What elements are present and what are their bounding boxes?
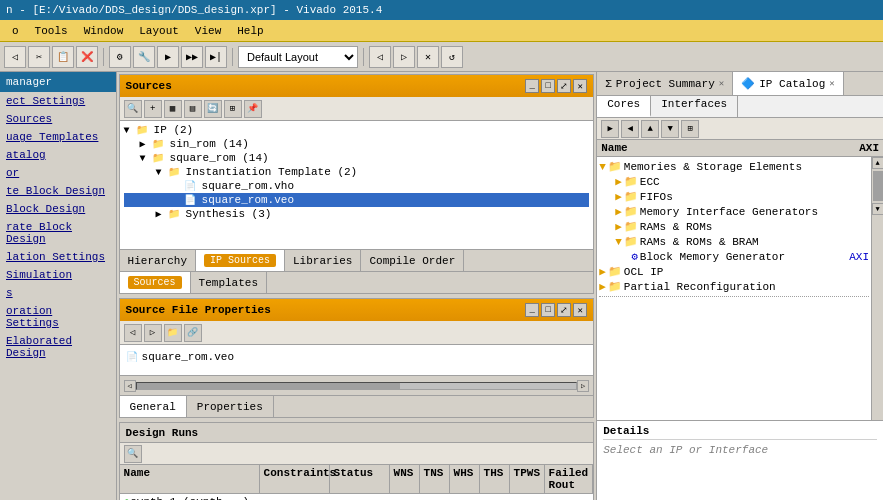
toolbar-btn-8[interactable]: ▶▶	[181, 46, 203, 68]
tab-compile-order[interactable]: Compile Order	[361, 250, 464, 271]
sidebar-item-or[interactable]: or	[0, 164, 116, 182]
scroll-left[interactable]: ◁	[124, 380, 136, 392]
sidebar-item-settings[interactable]: ect Settings	[0, 92, 116, 110]
ip-tree-rams[interactable]: ▶ 📁 RAMs & ROMs	[599, 219, 869, 234]
ip-btn-4[interactable]: ▼	[661, 120, 679, 138]
toolbar-btn-3[interactable]: 📋	[52, 46, 74, 68]
tab-libraries[interactable]: Libraries	[285, 250, 361, 271]
ip-tree-memories[interactable]: ▼ 📁 Memories & Storage Elements	[599, 159, 869, 174]
ip-btn-3[interactable]: ▲	[641, 120, 659, 138]
ip-btn-5[interactable]: ⊞	[681, 120, 699, 138]
sfp-btn-4[interactable]: 🔗	[184, 324, 202, 342]
menu-help[interactable]: Help	[229, 23, 271, 39]
tree-item-vho[interactable]: 📄 square_rom.vho	[124, 179, 590, 193]
sfp-restore-btn[interactable]: □	[541, 303, 555, 317]
ip-tree-ecc[interactable]: ▶ 📁 ECC	[599, 174, 869, 189]
ip-sub-tab-cores[interactable]: Cores	[597, 96, 651, 117]
tab-project-summary[interactable]: Σ Project Summary ✕	[597, 72, 733, 95]
tree-item-veo[interactable]: 📄 square_rom.veo	[124, 193, 590, 207]
menu-layout[interactable]: Layout	[131, 23, 187, 39]
toolbar-btn-4[interactable]: ❌	[76, 46, 98, 68]
folder-icon-inst: 📁	[168, 166, 184, 178]
sfp-toolbar: ◁ ▷ 📁 🔗	[120, 321, 594, 345]
ip-scroll-up[interactable]: ▲	[872, 157, 884, 169]
sidebar-item-simulation[interactable]: Simulation	[0, 266, 116, 284]
ip-tree-bram[interactable]: ▼ 📁 RAMs & ROMs & BRAM	[599, 234, 869, 249]
sfp-close-btn[interactable]: ✕	[573, 303, 587, 317]
sidebar-item-catalog[interactable]: atalog	[0, 146, 116, 164]
sfp-btn-3[interactable]: 📁	[164, 324, 182, 342]
project-summary-close[interactable]: ✕	[719, 78, 724, 89]
sfp-tab-general[interactable]: General	[120, 396, 187, 417]
sidebar-item-lang-templates[interactable]: uage Templates	[0, 128, 116, 146]
panel-expand-btn[interactable]: ⤢	[557, 79, 571, 93]
tree-item-sinrom[interactable]: ▶ 📁 sin_rom (14)	[124, 137, 590, 151]
sidebar-item-sources[interactable]: Sources	[0, 110, 116, 128]
panel-close-btn[interactable]: ✕	[573, 79, 587, 93]
ip-tree-bmg[interactable]: ⚙ Block Memory Generator AXI	[599, 249, 869, 264]
tree-item-squarerom[interactable]: ▼ 📁 square_rom (14)	[124, 151, 590, 165]
menu-o[interactable]: o	[4, 23, 27, 39]
src-btn-5[interactable]: 🔄	[204, 100, 222, 118]
ip-tree-fifos[interactable]: ▶ 📁 FIFOs	[599, 189, 869, 204]
scroll-right[interactable]: ▷	[577, 380, 589, 392]
toolbar-btn-9[interactable]: ▶|	[205, 46, 227, 68]
menu-window[interactable]: Window	[76, 23, 132, 39]
dr-row-1[interactable]: ● synth_1 (synth...)	[120, 494, 594, 500]
ip-tree-ocl[interactable]: ▶ 📁 OCL IP	[599, 264, 869, 279]
ip-btn-2[interactable]: ◀	[621, 120, 639, 138]
toolbar-btn-12[interactable]: ✕	[417, 46, 439, 68]
ip-sub-tab-interfaces[interactable]: Interfaces	[651, 96, 738, 117]
sfp-expand-btn[interactable]: ⤢	[557, 303, 571, 317]
ip-scroll-down[interactable]: ▼	[872, 203, 884, 215]
src-btn-4[interactable]: ▤	[184, 100, 202, 118]
tree-item-inst-template[interactable]: ▼ 📁 Instantiation Template (2)	[124, 165, 590, 179]
sfp-back-btn[interactable]: ◁	[124, 324, 142, 342]
ip-tree-partial[interactable]: ▶ 📁 Partial Reconfiguration	[599, 279, 869, 294]
panel-minimize-btn[interactable]: _	[525, 79, 539, 93]
toolbar-btn-6[interactable]: 🔧	[133, 46, 155, 68]
tab-hierarchy[interactable]: Hierarchy	[120, 250, 196, 271]
sfp-scrollbar[interactable]	[136, 382, 578, 390]
tree-item-synthesis[interactable]: ▶ 📁 Synthesis (3)	[124, 207, 590, 221]
tab-ip-catalog[interactable]: 🔷 IP Catalog ✕	[733, 72, 843, 95]
toolbar-btn-13[interactable]: ↺	[441, 46, 463, 68]
src-btn-3[interactable]: ▦	[164, 100, 182, 118]
layout-dropdown[interactable]: Default Layout	[238, 46, 358, 68]
folder-expand-icon-rams: ▶	[615, 220, 622, 233]
panel-restore-btn[interactable]: □	[541, 79, 555, 93]
sidebar-item-elaborated[interactable]: Elaborated Design	[0, 332, 116, 362]
sub-tab-sources[interactable]: Sources	[120, 272, 191, 293]
sidebar-item-block-design-3[interactable]: rate Block Design	[0, 218, 116, 248]
toolbar-btn-10[interactable]: ◁	[369, 46, 391, 68]
sfp-tab-properties[interactable]: Properties	[187, 396, 274, 417]
toolbar-btn-7[interactable]: ▶	[157, 46, 179, 68]
ip-tree-mig[interactable]: ▶ 📁 Memory Interface Generators	[599, 204, 869, 219]
dr-search-btn[interactable]: 🔍	[124, 445, 142, 463]
toolbar-btn-1[interactable]: ◁	[4, 46, 26, 68]
sidebar-item-oration[interactable]: oration Settings	[0, 302, 116, 332]
src-btn-6[interactable]: ⊞	[224, 100, 242, 118]
sfp-minimize-btn[interactable]: _	[525, 303, 539, 317]
menu-tools[interactable]: Tools	[27, 23, 76, 39]
tab-ip-sources[interactable]: IP Sources	[196, 250, 285, 271]
sources-tree: ▼ 📁 IP (2) ▶ 📁 sin_rom (14) ▼ 📁 square_r…	[120, 121, 594, 249]
sidebar-item-s[interactable]: s	[0, 284, 116, 302]
ip-catalog-close[interactable]: ✕	[829, 78, 834, 89]
tree-item-ip[interactable]: ▼ 📁 IP (2)	[124, 123, 590, 137]
sub-tab-templates[interactable]: Templates	[191, 272, 267, 293]
src-btn-7[interactable]: 📌	[244, 100, 262, 118]
sidebar-item-block-design-2[interactable]: Block Design	[0, 200, 116, 218]
ip-btn-1[interactable]: ▶	[601, 120, 619, 138]
sidebar-item-sim-settings[interactable]: lation Settings	[0, 248, 116, 266]
add-src-btn[interactable]: +	[144, 100, 162, 118]
toolbar-btn-11[interactable]: ▷	[393, 46, 415, 68]
toolbar-btn-5[interactable]: ⚙	[109, 46, 131, 68]
sfp-fwd-btn[interactable]: ▷	[144, 324, 162, 342]
menu-view[interactable]: View	[187, 23, 229, 39]
sources-panel: Sources _ □ ⤢ ✕ 🔍 + ▦ ▤ 🔄 ⊞ 📌	[119, 74, 595, 294]
search-btn[interactable]: 🔍	[124, 100, 142, 118]
toolbar-btn-2[interactable]: ✂	[28, 46, 50, 68]
sidebar-item-block-design[interactable]: te Block Design	[0, 182, 116, 200]
ip-scrollbar-v[interactable]: ▲ ▼	[871, 157, 883, 420]
